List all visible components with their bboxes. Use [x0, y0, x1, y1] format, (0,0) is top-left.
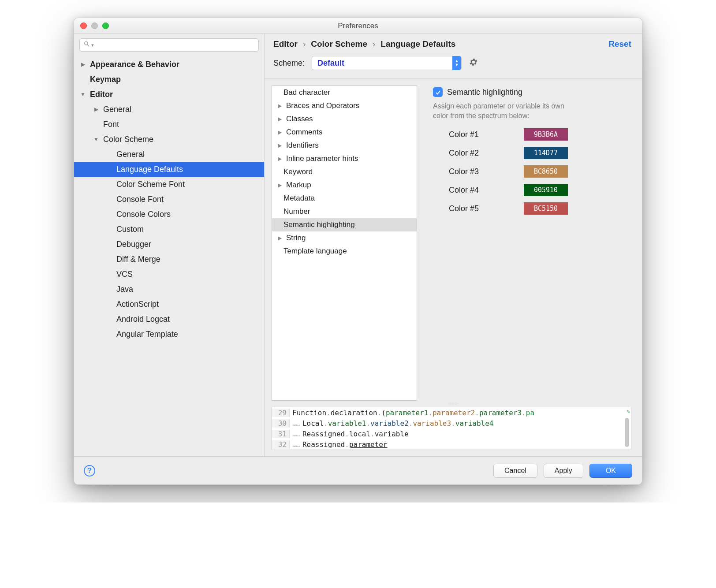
gear-icon[interactable] [469, 57, 478, 69]
tree-item[interactable]: Debugger [74, 237, 264, 252]
tree-item[interactable]: Language Defaults [74, 162, 264, 177]
semantic-highlighting-checkbox[interactable] [433, 87, 443, 97]
option-label: Braces and Operators [286, 101, 359, 110]
search-field[interactable] [94, 41, 255, 49]
token: variable3 [413, 419, 451, 428]
option-item[interactable]: ▶Inline parameter hints [272, 152, 417, 165]
option-label: Number [283, 207, 310, 216]
tree-item-label: Diff & Merge [116, 255, 160, 264]
resize-grip-icon[interactable]: :::::: [265, 401, 642, 407]
token: Local [302, 419, 324, 428]
tree-item[interactable]: ▼Color Scheme [74, 132, 264, 147]
tree-item-label: Angular Template [116, 330, 178, 339]
scheme-select[interactable]: Default ▲▼ [312, 56, 462, 70]
preferences-window: Preferences ▾ ▶Appearance & BehaviorKeym… [74, 18, 642, 485]
token: . [324, 419, 328, 428]
tree-item[interactable]: ▶Appearance & Behavior [74, 57, 264, 72]
option-item[interactable]: ▶Classes [272, 112, 417, 126]
token: . [377, 409, 382, 417]
color-name: Color #2 [449, 149, 489, 158]
gutter: 30 [272, 419, 290, 428]
stepper-icon[interactable]: ▲▼ [452, 56, 461, 70]
option-item[interactable]: Bad character [272, 86, 417, 99]
option-label: Semantic highlighting [283, 220, 355, 229]
token: variable2 [370, 419, 409, 428]
option-list[interactable]: Bad character▶Braces and Operators▶Class… [272, 86, 417, 401]
tree-item[interactable]: Angular Template [74, 327, 264, 342]
chevron-right-icon: ▶ [276, 156, 283, 162]
color-swatch[interactable]: 9B3B6A [524, 128, 568, 141]
option-item[interactable]: ▶Braces and Operators [272, 99, 417, 112]
tree-item[interactable]: ▶General [74, 102, 264, 117]
tree-item[interactable]: Java [74, 282, 264, 297]
preview-line: 32…… Reassigned.parameter [272, 439, 631, 450]
option-item[interactable]: Keyword [272, 165, 417, 179]
token: variable1 [328, 419, 366, 428]
chevron-right-icon: ▶ [276, 235, 283, 241]
color-swatch[interactable]: BC8650 [524, 165, 568, 178]
option-item[interactable]: ▶Markup [272, 179, 417, 192]
checkbox-label: Semantic highlighting [447, 88, 522, 97]
tree-item-label: Appearance & Behavior [90, 60, 179, 69]
tree-item-label: Font [103, 120, 119, 129]
ok-button[interactable]: OK [589, 464, 632, 478]
tree-item-label: Editor [90, 90, 113, 99]
help-button[interactable]: ? [84, 465, 95, 476]
chevron-right-icon: ▶ [79, 61, 86, 67]
gutter: 29 [272, 409, 290, 417]
token: ( [381, 409, 386, 417]
scrollbar[interactable] [625, 418, 629, 447]
tree-item[interactable]: Console Colors [74, 207, 264, 222]
search-input[interactable]: ▾ [79, 38, 259, 52]
tree-item[interactable]: Android Logcat [74, 312, 264, 327]
search-icon [83, 41, 90, 50]
token: . [451, 419, 455, 428]
color-row: Color #3BC8650 [449, 165, 628, 178]
reset-link[interactable]: Reset [608, 39, 631, 49]
chevron-down-icon: ▼ [79, 91, 86, 97]
tree-item[interactable]: Custom [74, 222, 264, 237]
option-item[interactable]: ▶Identifiers [272, 139, 417, 152]
tree-item[interactable]: ActionScript [74, 297, 264, 312]
token: parameter3 [479, 409, 522, 417]
crumb-editor[interactable]: Editor [273, 39, 298, 49]
token: variable4 [455, 419, 494, 428]
tree-item[interactable]: Console Font [74, 192, 264, 207]
tree-item[interactable]: General [74, 147, 264, 162]
option-detail: Semantic highlighting Assign each parame… [417, 86, 631, 401]
color-name: Color #3 [449, 167, 489, 176]
token: parameter [349, 440, 388, 449]
cancel-button[interactable]: Cancel [493, 464, 537, 478]
settings-tree[interactable]: ▶Appearance & BehaviorKeymap▼Editor▶Gene… [74, 54, 264, 456]
scheme-label: Scheme: [273, 59, 305, 68]
option-item[interactable]: ▶Comments [272, 126, 417, 139]
option-item[interactable]: Template language [272, 245, 417, 258]
tree-item-label: Color Scheme Font [116, 180, 185, 189]
tree-item-label: Keymap [90, 75, 121, 84]
tree-item[interactable]: VCS [74, 267, 264, 282]
option-label: Template language [283, 247, 347, 256]
option-item[interactable]: Semantic highlighting [272, 218, 417, 231]
tree-item-label: Color Scheme [103, 135, 153, 144]
tree-item-label: General [103, 105, 131, 114]
color-swatch[interactable]: 005910 [524, 184, 568, 196]
window-title: Preferences [74, 22, 642, 30]
indent-dots: …… [292, 430, 302, 438]
option-item[interactable]: Metadata [272, 192, 417, 205]
crumb-color-scheme[interactable]: Color Scheme [311, 39, 367, 49]
crumb-language-defaults: Language Defaults [380, 39, 455, 49]
apply-button[interactable]: Apply [544, 464, 583, 478]
tree-item[interactable]: ▼Editor [74, 87, 264, 102]
tree-item[interactable]: Keymap [74, 72, 264, 87]
color-swatch[interactable]: BC5150 [524, 202, 568, 215]
tree-item[interactable]: Diff & Merge [74, 252, 264, 267]
tree-item[interactable]: Color Scheme Font [74, 177, 264, 192]
color-swatch[interactable]: 114D77 [524, 147, 568, 159]
option-item[interactable]: Number [272, 205, 417, 218]
tree-item-label: General [116, 150, 145, 159]
option-item[interactable]: ▶String [272, 231, 417, 245]
tree-item-label: VCS [116, 270, 133, 279]
tree-item[interactable]: Font [74, 117, 264, 132]
code-preview[interactable]: ✎ 29Function.declaration.(parameter1.par… [272, 407, 631, 450]
color-row: Color #19B3B6A [449, 128, 628, 141]
